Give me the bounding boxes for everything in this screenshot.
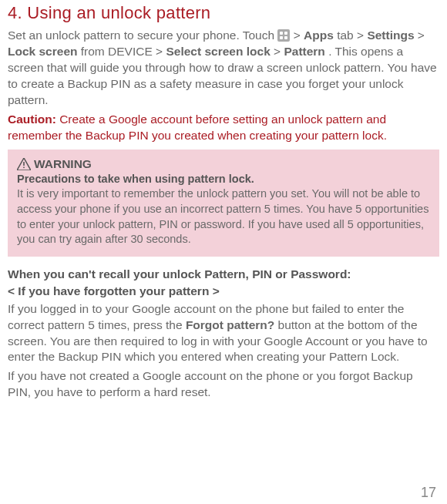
intro-text-1: Set an unlock pattern to secure your pho… — [8, 29, 277, 42]
pattern-label: Pattern — [284, 45, 324, 58]
intro-text-gt2: > — [418, 29, 425, 42]
intro-text-2: tab > — [337, 29, 367, 42]
intro-text-gt1: > — [294, 29, 304, 42]
caution-paragraph: Caution: Create a Google account before … — [8, 112, 439, 144]
recall-subheading: < If you have forgotten your pattern > — [8, 284, 439, 298]
apps-icon — [277, 29, 290, 42]
section-title: 4. Using an unlock pattern — [8, 3, 439, 23]
page-number: 17 — [421, 485, 436, 501]
warning-box: WARNING Precautions to take when using p… — [8, 150, 439, 256]
page: 4. Using an unlock pattern Set an unlock… — [0, 3, 447, 504]
recall-para2: If you have not created a Google account… — [8, 368, 439, 401]
recall-heading: When you can't recall your unlock Patter… — [8, 267, 439, 281]
warning-heading: WARNING — [17, 157, 430, 171]
settings-label: Settings — [367, 29, 414, 42]
warning-body: It is very important to remember the unl… — [17, 186, 430, 247]
lockscreen-label: Lock screen — [8, 45, 77, 58]
caution-label: Caution: — [8, 113, 56, 126]
svg-rect-1 — [23, 167, 25, 169]
caution-body: Create a Google account before setting a… — [8, 113, 387, 142]
intro-text-3: from DEVICE > — [81, 45, 166, 58]
intro-text-gt3: > — [274, 45, 284, 58]
forgot-pattern-label: Forgot pattern? — [186, 318, 274, 331]
intro-paragraph: Set an unlock pattern to secure your pho… — [8, 28, 439, 109]
apps-label: Apps — [304, 29, 334, 42]
recall-para1: If you logged in to your Google account … — [8, 301, 439, 366]
warning-subtitle: Precautions to take when using pattern l… — [17, 173, 430, 185]
warning-title: WARNING — [34, 157, 92, 171]
selectlock-label: Select screen lock — [166, 45, 270, 58]
warning-icon — [17, 158, 31, 170]
svg-rect-0 — [23, 162, 25, 166]
